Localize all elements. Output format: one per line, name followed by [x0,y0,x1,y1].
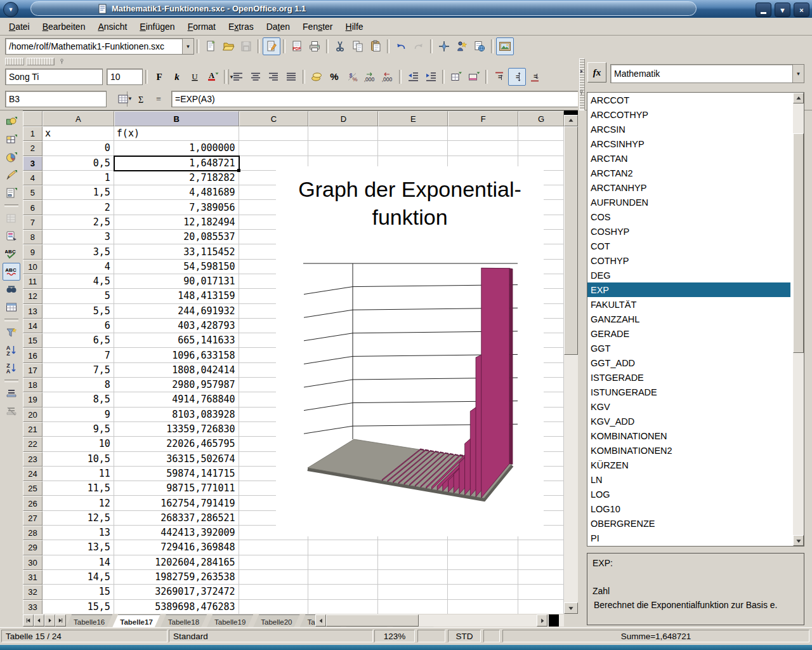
menu-daten[interactable]: Daten [260,20,296,34]
cell-E2[interactable] [378,141,448,156]
cell-B21[interactable]: 13359,726830 [114,422,239,437]
autopilot-button[interactable] [453,37,471,55]
function-list-scroll-thumb[interactable] [793,133,804,353]
cell-E31[interactable] [378,570,448,585]
function-list-item-kombinationen2[interactable]: KOMBINATIONEN2 [587,443,790,458]
function-list-item-pi[interactable]: PI [587,531,790,545]
cell-F31[interactable] [448,570,518,585]
cell-B33[interactable]: 5389698,476283 [114,600,239,614]
new-document-button[interactable] [202,37,219,55]
function-list-item-arctan2[interactable]: ARCTAN2 [587,166,790,180]
cell-B22[interactable]: 22026,465795 [114,437,239,451]
menu-bearbeiten[interactable]: Bearbeiten [36,20,92,34]
edit-file-button[interactable] [263,37,280,55]
function-list-item-log10[interactable]: LOG10 [587,501,790,516]
cell-A32[interactable]: 15 [43,585,114,599]
group-button[interactable] [3,385,20,402]
cell-D2[interactable] [308,141,378,156]
row-header-22[interactable]: 22 [23,437,43,451]
scroll-right-button[interactable] [537,614,547,627]
align-justify-button[interactable] [282,68,300,86]
cell-A5[interactable]: 1,5 [43,185,114,200]
column-header-E[interactable]: E [378,111,448,126]
undo-button[interactable] [392,37,410,55]
cell-A25[interactable]: 11,5 [43,481,114,496]
cell-A26[interactable]: 12 [43,496,114,510]
url-input[interactable] [6,39,182,54]
chart-object[interactable]: Graph der Exponential-funktion [276,166,544,536]
list-scroll-down-button[interactable] [793,535,804,546]
hyperlink-button[interactable] [471,37,488,55]
sort-ascending-button[interactable]: AZ [3,342,20,359]
menu-einfgen[interactable]: Einfügen [133,20,181,34]
row-header-16[interactable]: 16 [23,348,43,362]
italic-button[interactable]: k [168,68,186,86]
cell-E1[interactable] [378,126,448,141]
select-all-corner[interactable] [23,111,43,126]
spellcheck-button[interactable]: ABC [3,245,20,263]
function-list-item-istgerade[interactable]: ISTGERADE [587,370,790,385]
function-list-item-kgv[interactable]: KGV [587,399,790,414]
vertical-scroll-thumb[interactable] [564,126,578,355]
insert-chart-button[interactable] [3,149,20,166]
add-decimal-button[interactable]: ,000 [361,68,379,86]
align-left-button[interactable] [229,68,247,86]
row-header-28[interactable]: 28 [23,526,43,540]
cell-G29[interactable] [518,540,564,555]
vertical-split-box[interactable] [564,110,578,115]
function-list-item-istungerade[interactable]: ISTUNGERADE [587,385,790,399]
cell-F32[interactable] [448,585,518,599]
cell-C33[interactable] [239,600,309,614]
sheet-tab-tabelle16[interactable]: Tabelle16 [66,614,112,627]
function-category-input[interactable] [611,65,792,83]
cell-A18[interactable]: 8 [43,378,114,392]
cell-A13[interactable]: 5,5 [43,304,114,319]
cell-E32[interactable] [378,585,448,599]
url-combo[interactable]: ▼ [5,38,194,55]
cell-D32[interactable] [308,585,378,599]
function-grid-button[interactable] [114,90,132,108]
data-sources-button[interactable] [3,298,20,316]
cell-B32[interactable]: 3269017,372472 [114,585,239,599]
cell-B19[interactable]: 4914,768840 [114,392,239,407]
function-list-item-arcsin[interactable]: ARCSIN [587,122,790,136]
cell-A15[interactable]: 6,5 [43,333,114,348]
cell-A21[interactable]: 9,5 [43,422,114,437]
cell-A27[interactable]: 12,5 [43,511,114,526]
cell-B16[interactable]: 1096,633158 [114,348,239,362]
row-header-12[interactable]: 12 [23,289,43,303]
cell-C1[interactable] [239,126,309,141]
row-header-24[interactable]: 24 [23,467,43,481]
function-list-item-obergrenze[interactable]: OBERGRENZE [587,516,790,531]
font-color-button[interactable]: A [204,68,221,86]
cell-reference-input[interactable] [6,91,127,107]
cell-B9[interactable]: 33,115452 [114,244,239,259]
tab-scroll-prev-button[interactable] [34,614,44,627]
row-header-33[interactable]: 33 [23,600,43,614]
row-header-29[interactable]: 29 [23,540,43,555]
open-document-button[interactable] [219,37,237,55]
function-list-item-cos[interactable]: COS [587,209,790,224]
cell-B11[interactable]: 90,017131 [114,274,239,289]
column-header-B[interactable]: B [114,111,239,126]
fill-handle[interactable] [237,169,240,172]
function-list-item-arccothyp[interactable]: ARCCOTHYP [587,107,790,122]
increase-indent-button[interactable] [422,68,440,86]
vertical-scrollbar[interactable] [564,110,578,614]
row-header-23[interactable]: 23 [23,452,43,467]
cell-A17[interactable]: 7,5 [43,363,114,378]
function-category-combo[interactable]: ▼ [610,64,804,82]
sort-descending-button[interactable]: ZA [3,359,20,377]
cell-D1[interactable] [308,126,378,141]
function-list-item-gerade[interactable]: GERADE [587,326,790,341]
cell-cursor[interactable] [114,156,240,171]
row-header-15[interactable]: 15 [23,333,43,348]
row-header-6[interactable]: 6 [23,200,43,215]
function-list-item-cot[interactable]: COT [587,239,790,253]
delete-decimal-button[interactable]: ,000 [379,68,396,86]
function-list-item-exp[interactable]: EXP [587,282,790,297]
horizontal-scroll-thumb[interactable] [326,614,419,627]
tab-scroll-next-button[interactable] [44,614,55,627]
cell-C2[interactable] [239,141,309,156]
row-header-30[interactable]: 30 [23,555,43,570]
